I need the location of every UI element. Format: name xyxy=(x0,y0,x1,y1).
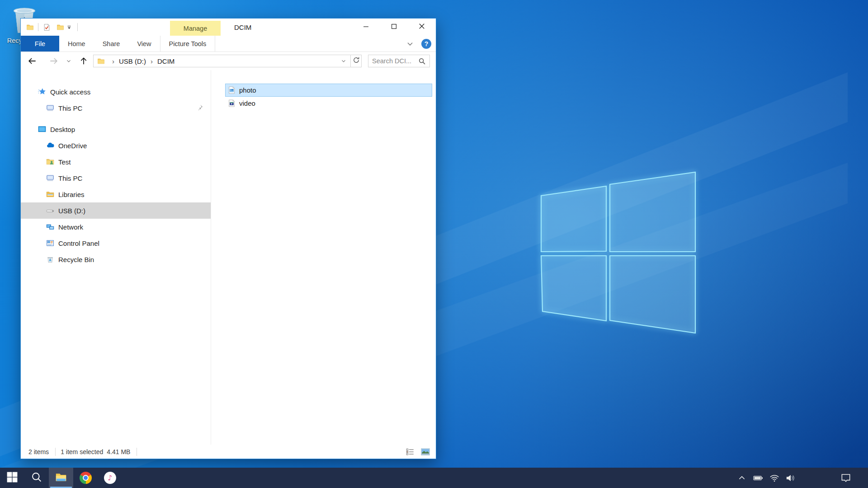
start-button[interactable] xyxy=(0,468,24,488)
sidebar-item-network[interactable]: Network xyxy=(21,219,211,235)
qat-separator xyxy=(77,23,78,31)
volume-icon[interactable] xyxy=(786,473,796,483)
sidebar-list: Quick accessThis PCDesktopOneDriveTestTh… xyxy=(21,70,211,445)
sidebar-item-usb-d[interactable]: USB (D:) xyxy=(21,202,211,219)
properties-check-icon[interactable] xyxy=(42,23,51,32)
status-divider xyxy=(55,448,56,456)
sidebar-item-quick-access[interactable]: Quick access xyxy=(21,84,211,100)
action-center-icon xyxy=(840,473,851,483)
taskbar: ♪ xyxy=(0,468,868,488)
tab-file[interactable]: File xyxy=(21,36,59,52)
maximize-button[interactable] xyxy=(380,19,408,34)
sidebar-item-label: OneDrive xyxy=(58,142,87,150)
sidebar-item-label: Quick access xyxy=(50,88,90,96)
monitor-icon xyxy=(46,174,54,182)
explorer-window: Manage DCIM File Home Share View Picture… xyxy=(20,18,436,459)
control-panel-icon xyxy=(46,239,54,247)
sidebar-item-recycle-bin[interactable]: Recycle Bin xyxy=(21,251,211,267)
sidebar-item-label: Test xyxy=(58,158,71,166)
sidebar-item-onedrive[interactable]: OneDrive xyxy=(21,137,211,154)
wifi-icon[interactable] xyxy=(769,473,779,483)
itunes-icon: ♪ xyxy=(104,472,116,484)
file-item-video[interactable]: video xyxy=(225,97,432,110)
file-name: photo xyxy=(239,86,256,94)
manage-contextual-tab[interactable]: Manage xyxy=(170,21,221,36)
file-item-photo[interactable]: photo xyxy=(225,84,432,97)
breadcrumb-usb-d[interactable]: USB (D:) xyxy=(118,57,147,65)
sidebar-item-desktop[interactable]: Desktop xyxy=(21,121,211,137)
folder-icon xyxy=(97,57,105,65)
search-tb-icon xyxy=(31,471,42,485)
window-title: DCIM xyxy=(234,19,251,36)
video-file-icon xyxy=(228,99,236,107)
pin-icon xyxy=(196,104,204,112)
ribbon-expand-chevron-icon[interactable] xyxy=(406,39,415,48)
tray-expand-icon[interactable] xyxy=(737,473,747,483)
sidebar-item-test[interactable]: Test xyxy=(21,154,211,170)
search-placeholder: Search DCI... xyxy=(372,57,418,65)
file-explorer-button[interactable] xyxy=(49,468,73,488)
chrome-icon xyxy=(80,472,92,484)
window-controls xyxy=(352,19,436,34)
sidebar-item-label: Recycle Bin xyxy=(58,256,94,263)
sidebar-item-label: This PC xyxy=(58,174,82,182)
minimize-button[interactable] xyxy=(352,19,380,34)
up-button[interactable] xyxy=(78,56,90,66)
action-center-button[interactable] xyxy=(835,468,856,488)
tab-picture-tools[interactable]: Picture Tools xyxy=(160,36,216,52)
folder-icon[interactable] xyxy=(25,23,34,32)
refresh-icon xyxy=(353,56,360,66)
tab-view[interactable]: View xyxy=(128,36,160,52)
refresh-button[interactable] xyxy=(350,55,362,67)
sidebar-item-libraries[interactable]: Libraries xyxy=(21,186,211,202)
search-input[interactable]: Search DCI... xyxy=(368,55,430,67)
forward-button[interactable] xyxy=(48,56,60,66)
address-bar[interactable]: › USB (D:) › DCIM xyxy=(93,55,351,67)
star-icon xyxy=(38,88,46,96)
tab-share[interactable]: Share xyxy=(94,36,129,52)
navigation-bar: › USB (D:) › DCIM Search DCI... xyxy=(21,52,436,70)
recent-locations-chevron-icon[interactable] xyxy=(65,56,72,66)
view-toggles xyxy=(406,445,430,459)
details-view-icon[interactable] xyxy=(406,447,415,456)
address-dropdown-chevron-icon[interactable] xyxy=(340,58,348,64)
sidebar-item-this-pc[interactable]: This PC xyxy=(21,170,211,186)
close-button[interactable] xyxy=(408,19,436,34)
thumbnail-view-icon[interactable] xyxy=(421,447,430,456)
file-list[interactable]: photovideo xyxy=(211,70,436,445)
search-button[interactable] xyxy=(24,468,49,488)
file-name: video xyxy=(239,99,255,107)
network-icon xyxy=(46,223,54,231)
sidebar-item-label: Control Panel xyxy=(58,239,99,247)
sidebar-item-label: USB (D:) xyxy=(58,207,85,215)
chrome-button[interactable] xyxy=(73,468,98,488)
maximize-icon xyxy=(391,23,397,29)
selection-status: 1 item selected xyxy=(61,448,103,455)
sidebar-item-label: Desktop xyxy=(50,126,75,133)
breadcrumb-separator: › xyxy=(108,57,118,65)
quick-access-toolbar xyxy=(25,19,81,36)
titlebar[interactable]: Manage DCIM xyxy=(21,19,436,36)
usb-icon xyxy=(46,206,54,215)
folder-icon[interactable] xyxy=(56,23,65,32)
explorer-tb-icon xyxy=(55,471,67,485)
user-folder-icon xyxy=(46,158,54,166)
cloud-icon xyxy=(46,141,54,150)
desktop-icon xyxy=(38,125,46,133)
tab-home[interactable]: Home xyxy=(59,36,94,52)
sidebar-item-control-panel[interactable]: Control Panel xyxy=(21,235,211,251)
breadcrumb-separator: › xyxy=(147,57,156,65)
battery-icon[interactable] xyxy=(753,473,763,483)
help-icon[interactable]: ? xyxy=(421,39,431,49)
ribbon-tab-row: File Home Share View Picture Tools ? xyxy=(21,36,436,52)
sidebar-item-this-pc[interactable]: This PC xyxy=(21,100,211,116)
qat-customize-dropdown-icon[interactable] xyxy=(65,23,74,32)
selection-size: 4.41 MB xyxy=(107,448,130,455)
sidebar-item-label: Network xyxy=(58,223,83,231)
itunes-button[interactable]: ♪ xyxy=(98,468,122,488)
back-button[interactable] xyxy=(26,56,38,66)
items-count: 2 items xyxy=(28,448,49,455)
breadcrumb-dcim[interactable]: DCIM xyxy=(156,57,175,65)
sidebar-item-label: Libraries xyxy=(58,191,85,198)
main-area: Quick accessThis PCDesktopOneDriveTestTh… xyxy=(21,70,436,445)
